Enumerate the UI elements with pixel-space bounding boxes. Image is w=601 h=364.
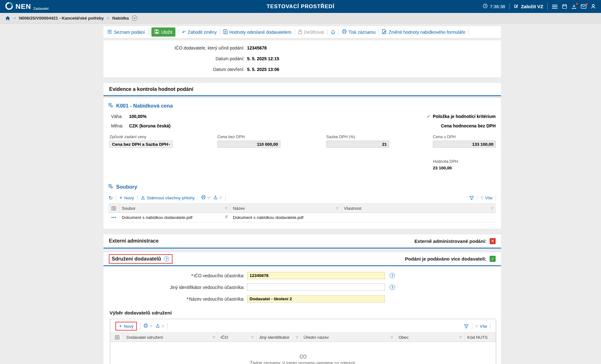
refresh-icon[interactable]: ↻ xyxy=(109,195,113,201)
user-icon[interactable] xyxy=(591,4,596,9)
column-header-vlastnost[interactable]: Vlastnost ▽ xyxy=(341,204,496,213)
view-all-dropdown[interactable]: ▽ Vše xyxy=(481,196,492,200)
cena-bez-label: Cena bez DPH xyxy=(217,134,280,139)
toolbar-separator xyxy=(339,29,339,35)
printer-icon xyxy=(144,324,148,329)
k001-title: K001 - Nabídková cena xyxy=(116,103,173,109)
create-vz-label: Založit VZ xyxy=(521,4,543,9)
column-header-obec[interactable]: Obec ▽ xyxy=(396,333,465,342)
menu-icon[interactable] xyxy=(552,4,558,9)
zpusob-field-group: Způsob zadání ceny Cena bez DPH a Sazba … xyxy=(109,134,173,148)
column-header-uredni-nazev[interactable]: Úřední název ▽ xyxy=(301,333,396,342)
vyber-toolbar: + Nový ▽ ▽ xyxy=(110,320,496,332)
filter-triangle-icon[interactable]: ▽ xyxy=(491,207,493,210)
help-icon[interactable]: ? xyxy=(164,256,169,261)
toolbar-separator xyxy=(168,323,168,329)
column-header-nazev[interactable]: Název ▽ xyxy=(230,204,341,213)
change-form-values-button[interactable]: Změnit hodnoty nabídkového formuláře xyxy=(382,29,465,35)
nazev-vedouciho-input[interactable] xyxy=(247,295,385,302)
undo-icon: ↶ xyxy=(182,30,186,35)
k001-title-row: K001 - Nabídková cena xyxy=(103,103,501,109)
help-icon[interactable]: ? xyxy=(390,285,395,290)
close-tab-icon[interactable]: ✕ xyxy=(132,15,137,21)
filter-triangle-icon[interactable]: ▽ xyxy=(459,336,462,339)
column-settings-icon[interactable] xyxy=(110,333,124,342)
filter-icon[interactable] xyxy=(464,324,469,329)
file-name-cell[interactable]: Dokument s nabídkou dodavatele.pdf xyxy=(122,215,192,220)
column-header-ico[interactable]: IČO ▽ xyxy=(218,333,256,342)
row-menu-icon[interactable]: ••• xyxy=(111,216,117,219)
print-grid-button[interactable]: ▽ xyxy=(201,195,210,200)
filter-triangle-icon[interactable]: ▽ xyxy=(225,207,227,210)
table-row[interactable]: ••• Dokument s nabídkou dodavatele.pdf D… xyxy=(109,213,496,222)
discard-changes-button[interactable]: ↶ Zahodit změny xyxy=(182,30,217,35)
column-header-soubor[interactable]: Soubor ▽ xyxy=(119,204,230,213)
toolbar-separator xyxy=(327,29,327,35)
vyber-new-button[interactable]: + Nový xyxy=(119,323,133,329)
column-settings-icon[interactable] xyxy=(109,204,119,213)
ico-vedouciho-input[interactable] xyxy=(247,272,385,279)
sdruzeni-checkbox-checked[interactable]: ✓ xyxy=(490,256,496,262)
dropdown-triangle-icon: ▽ xyxy=(150,325,152,328)
column-label: Soubor xyxy=(122,206,136,211)
seznam-podani-button[interactable]: Seznam podání xyxy=(107,30,145,35)
download-all-attachments-button[interactable]: Stáhnout všechny přílohy xyxy=(141,195,195,201)
supplier-values-label: Hodnoty odeslané dodavatelem xyxy=(229,30,292,35)
seznam-podani-label: Seznam podání xyxy=(114,30,145,35)
printer-icon xyxy=(342,29,347,35)
supplier-values-button[interactable]: Hodnoty odeslané dodavatelem xyxy=(223,29,292,35)
create-vz-button[interactable]: Založit VZ xyxy=(514,3,543,9)
info-value: 5. 5. 2025 13:06 xyxy=(247,67,279,72)
filter-triangle-icon[interactable]: ▽ xyxy=(251,336,254,339)
breadcrumb-item-nabidka[interactable]: Nabídka xyxy=(112,16,129,21)
clock-icon xyxy=(483,3,488,9)
breadcrumb-item-procurement[interactable]: N006/25/V00004421 - Kancelářské potřeby xyxy=(19,16,104,21)
check-icon: ✓ xyxy=(427,114,431,119)
soubory-new-button[interactable]: + Nový xyxy=(119,195,134,201)
column-header-kod-nuts[interactable]: Kód NUTS xyxy=(465,333,496,342)
column-label: Vlastnost xyxy=(344,206,362,211)
mail-icon[interactable] xyxy=(581,4,586,9)
filter-triangle-icon[interactable]: ▽ xyxy=(391,336,393,339)
calendar-icon[interactable] xyxy=(562,4,567,9)
column-header-jiny-identifikator[interactable]: Jiný identifikátor ▽ xyxy=(256,333,301,342)
download-all-label: Stáhnout všechny přílohy xyxy=(147,196,195,200)
filter-triangle-icon[interactable]: ▽ xyxy=(213,336,215,339)
sdruzeni-checkbox-label: Podání je podáváno více dodavateli: xyxy=(405,256,486,261)
nen-logo[interactable]: NEN Zadavatel xyxy=(5,2,49,11)
zpusob-value: Cena bez DPH a Sazba DPH xyxy=(112,142,168,147)
export-grid-button[interactable]: ▽ xyxy=(156,324,164,329)
chevron-down-icon: ▾ xyxy=(168,143,170,146)
filter-icon[interactable] xyxy=(469,196,474,200)
form-row-nazev: *Název vedoucího účastníka: xyxy=(103,295,501,302)
column-label: Kód NUTS xyxy=(467,335,488,340)
column-header-dodavatel[interactable]: Dodavatel sdružení ▽ xyxy=(124,333,218,342)
record-toolbar: Seznam podání Uložit ↶ Zahodit změny Hod… xyxy=(103,26,501,38)
form-row-ico: *IČO vedoucího účastníka: ? xyxy=(103,272,501,279)
bell-icon[interactable] xyxy=(331,30,335,35)
column-label: IČO xyxy=(221,335,228,340)
filter-triangle-icon[interactable]: ▽ xyxy=(296,336,298,339)
help-icon[interactable]: ? xyxy=(390,273,395,278)
view-all-label: Vše xyxy=(485,196,492,200)
externi-checkbox-unchecked[interactable]: ✕ xyxy=(490,238,496,244)
view-all-dropdown[interactable]: ▽ Vše xyxy=(475,324,487,329)
zpusob-label: Způsob zadání ceny xyxy=(109,134,173,139)
mena-label: Měna: xyxy=(111,123,129,128)
export-grid-button[interactable]: ▽ xyxy=(213,195,222,201)
column-label: Obec xyxy=(398,335,409,340)
topbar-separator xyxy=(547,3,548,10)
jiny-identifikator-input[interactable] xyxy=(247,284,385,291)
save-button[interactable]: Uložit xyxy=(151,27,175,37)
dropdown-triangle-icon: ▽ xyxy=(475,325,478,328)
print-record-button[interactable]: Tisk záznamu xyxy=(342,29,376,35)
zpusob-select[interactable]: Cena bez DPH a Sazba DPH ▾ xyxy=(109,141,173,148)
toolbar-separator xyxy=(496,195,496,201)
plus-icon: + xyxy=(119,195,122,201)
filter-triangle-icon[interactable]: ▽ xyxy=(336,207,339,210)
download-icon[interactable] xyxy=(571,4,577,9)
document-icon xyxy=(223,29,227,35)
print-grid-button[interactable]: ▽ xyxy=(144,324,152,329)
info-label: Datum otevření: xyxy=(103,67,245,72)
home-icon[interactable] xyxy=(5,16,10,21)
